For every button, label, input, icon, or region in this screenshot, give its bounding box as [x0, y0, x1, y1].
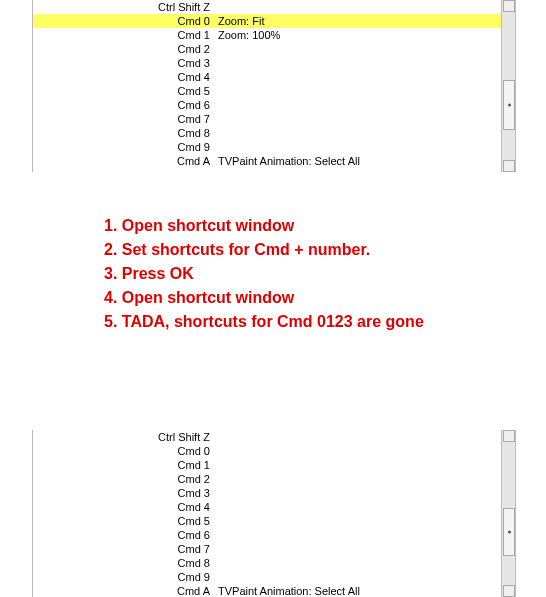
table-row[interactable]: Ctrl Shift Z: [33, 0, 501, 14]
action-cell: [218, 0, 501, 14]
shortcut-cell: Cmd 3: [33, 56, 218, 70]
shortcut-cell: Cmd 6: [33, 528, 218, 542]
shortcut-cell: Cmd 7: [33, 542, 218, 556]
table-row[interactable]: Cmd 1 Zoom: 100%: [33, 28, 501, 42]
shortcut-cell: Cmd 0: [33, 14, 218, 28]
table-row[interactable]: Ctrl Shift Z: [33, 430, 501, 444]
table-row[interactable]: Cmd 8: [33, 556, 501, 570]
shortcut-cell: Cmd 7: [33, 112, 218, 126]
table-row[interactable]: Cmd 7: [33, 112, 501, 126]
shortcut-cell: Cmd 2: [33, 472, 218, 486]
action-cell: [218, 140, 501, 154]
table-row[interactable]: Cmd A TVPaint Animation: Select All: [33, 584, 501, 597]
action-cell: [218, 430, 501, 444]
step-text: 2. Set shortcuts for Cmd + number.: [104, 238, 424, 262]
shortcut-cell: Cmd 2: [33, 42, 218, 56]
scroll-down-button[interactable]: [503, 585, 515, 597]
action-cell: [218, 528, 501, 542]
shortcut-cell: Cmd 1: [33, 28, 218, 42]
shortcut-cell: Cmd 8: [33, 556, 218, 570]
action-cell: [218, 542, 501, 556]
table-row[interactable]: Cmd 2: [33, 42, 501, 56]
action-cell: [218, 98, 501, 112]
annotation-steps: 1. Open shortcut window 2. Set shortcuts…: [104, 214, 424, 334]
shortcut-cell: Cmd 9: [33, 570, 218, 584]
action-cell: [218, 556, 501, 570]
scroll-up-button[interactable]: [503, 430, 515, 442]
shortcut-cell: Ctrl Shift Z: [33, 0, 218, 14]
table-row[interactable]: Cmd 9: [33, 140, 501, 154]
shortcut-cell: Cmd A: [33, 154, 218, 168]
shortcut-cell: Ctrl Shift Z: [33, 430, 218, 444]
step-text: 4. Open shortcut window: [104, 286, 424, 310]
table-row[interactable]: Cmd 4: [33, 70, 501, 84]
shortcut-cell: Cmd 4: [33, 70, 218, 84]
action-cell: [218, 570, 501, 584]
scrollbar[interactable]: [502, 0, 516, 172]
action-cell: [218, 486, 501, 500]
action-cell: [218, 84, 501, 98]
action-cell: [218, 56, 501, 70]
shortcut-cell: Cmd 1: [33, 458, 218, 472]
shortcut-cell: Cmd A: [33, 584, 218, 597]
table-row[interactable]: Cmd 7: [33, 542, 501, 556]
table-row[interactable]: Cmd 3: [33, 56, 501, 70]
shortcut-cell: Cmd 0: [33, 444, 218, 458]
scroll-up-button[interactable]: [503, 0, 515, 12]
scrollbar[interactable]: [502, 430, 516, 597]
shortcut-list-before: Ctrl Shift Z Cmd 0 Zoom: Fit Cmd 1 Zoom:…: [32, 0, 516, 172]
shortcut-cell: Cmd 5: [33, 514, 218, 528]
shortcut-cell: Cmd 6: [33, 98, 218, 112]
table-row[interactable]: Cmd 6: [33, 528, 501, 542]
table-row[interactable]: Cmd 9: [33, 570, 501, 584]
table-row[interactable]: Cmd 8: [33, 126, 501, 140]
action-cell: Zoom: 100%: [218, 28, 501, 42]
table-row[interactable]: Cmd 3: [33, 486, 501, 500]
action-cell: TVPaint Animation: Select All: [218, 584, 501, 597]
table-row[interactable]: Cmd 0: [33, 444, 501, 458]
step-text: 3. Press OK: [104, 262, 424, 286]
shortcut-list-after: Ctrl Shift Z Cmd 0 Cmd 1 Cmd 2 Cmd 3 Cmd…: [32, 430, 516, 597]
table-row[interactable]: Cmd 0 Zoom: Fit: [33, 14, 501, 28]
action-cell: [218, 70, 501, 84]
action-cell: [218, 458, 501, 472]
shortcut-cell: Cmd 5: [33, 84, 218, 98]
action-cell: [218, 126, 501, 140]
table-row[interactable]: Cmd 5: [33, 514, 501, 528]
action-cell: [218, 472, 501, 486]
shortcut-cell: Cmd 3: [33, 486, 218, 500]
table-row[interactable]: Cmd 1: [33, 458, 501, 472]
table-row[interactable]: Cmd 5: [33, 84, 501, 98]
shortcut-cell: Cmd 8: [33, 126, 218, 140]
scroll-down-button[interactable]: [503, 160, 515, 172]
table-row[interactable]: Cmd 4: [33, 500, 501, 514]
action-cell: Zoom: Fit: [218, 14, 501, 28]
shortcut-listbox[interactable]: Ctrl Shift Z Cmd 0 Cmd 1 Cmd 2 Cmd 3 Cmd…: [32, 430, 502, 597]
action-cell: [218, 514, 501, 528]
table-row[interactable]: Cmd 6: [33, 98, 501, 112]
action-cell: [218, 42, 501, 56]
scroll-thumb[interactable]: [503, 508, 515, 556]
shortcut-listbox[interactable]: Ctrl Shift Z Cmd 0 Zoom: Fit Cmd 1 Zoom:…: [32, 0, 502, 172]
step-text: 1. Open shortcut window: [104, 214, 424, 238]
shortcut-cell: Cmd 9: [33, 140, 218, 154]
table-row[interactable]: Cmd A TVPaint Animation: Select All: [33, 154, 501, 168]
scroll-thumb[interactable]: [503, 80, 515, 130]
action-cell: [218, 112, 501, 126]
step-text: 5. TADA, shortcuts for Cmd 0123 are gone: [104, 310, 424, 334]
shortcut-cell: Cmd 4: [33, 500, 218, 514]
table-row[interactable]: Cmd 2: [33, 472, 501, 486]
action-cell: TVPaint Animation: Select All: [218, 154, 501, 168]
action-cell: [218, 500, 501, 514]
action-cell: [218, 444, 501, 458]
